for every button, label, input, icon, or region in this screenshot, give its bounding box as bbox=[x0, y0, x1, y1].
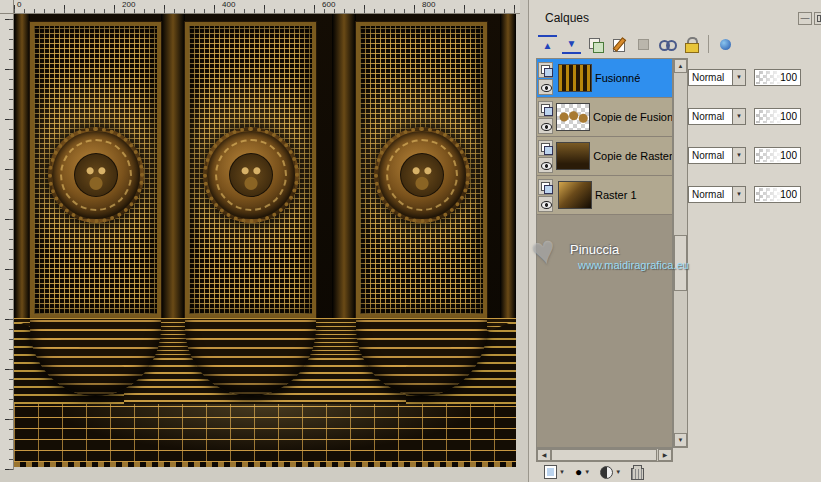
layer-thumbnail[interactable] bbox=[556, 142, 590, 170]
chevron-down-icon[interactable]: ▼ bbox=[732, 148, 745, 163]
layer-name[interactable]: Raster 1 bbox=[595, 189, 637, 201]
artwork-medallion bbox=[48, 127, 144, 223]
trash-icon bbox=[631, 465, 643, 479]
opacity-field[interactable]: 100 bbox=[754, 108, 801, 125]
blend-mode-select[interactable]: Normal ▼ bbox=[688, 108, 746, 125]
layer-list-vertical-scrollbar[interactable]: ▲ ▼ bbox=[673, 58, 688, 448]
layer-type-icon[interactable] bbox=[538, 101, 553, 117]
chevron-down-icon: ▼ bbox=[584, 469, 590, 475]
opacity-value: 100 bbox=[780, 72, 797, 83]
layer-name[interactable]: Copie de Raster 1 bbox=[593, 150, 672, 162]
new-mask-layer-button[interactable]: ▼ bbox=[600, 466, 621, 479]
layer-thumbnail[interactable] bbox=[556, 103, 590, 131]
new-layer-icon bbox=[544, 465, 557, 479]
app-window: 0 200 400 600 800 Calques — ▲ ▼ bbox=[0, 0, 821, 482]
ruler-label: 600 bbox=[322, 0, 335, 9]
layers-bottom-toolbar: ▼ ● ▼ ▼ bbox=[536, 462, 821, 482]
adjustment-layer-icon: ● bbox=[575, 466, 582, 478]
layer-row-copie-de-raster-1[interactable]: Copie de Raster 1 bbox=[537, 137, 672, 176]
new-layer-button[interactable]: ▼ bbox=[544, 465, 565, 479]
horizontal-scroll-thumb[interactable] bbox=[551, 449, 657, 461]
duplicate-layer-icon[interactable] bbox=[586, 35, 605, 54]
scroll-up-icon[interactable]: ▲ bbox=[674, 59, 687, 73]
layer-thumbnail[interactable] bbox=[558, 181, 592, 209]
ruler-ticks bbox=[0, 14, 13, 470]
artwork-medallion bbox=[374, 127, 470, 223]
ruler-ticks bbox=[14, 0, 520, 13]
layer-type-icon[interactable] bbox=[538, 179, 553, 195]
scroll-left-icon[interactable]: ◀ bbox=[537, 449, 551, 461]
opacity-value: 100 bbox=[780, 150, 797, 161]
layer-controls-row: Normal ▼ 100 bbox=[688, 58, 821, 97]
artwork-pillar bbox=[161, 14, 185, 320]
visibility-eye-icon[interactable] bbox=[538, 118, 553, 134]
artwork-pillar bbox=[14, 14, 30, 320]
blend-mode-value: Normal bbox=[689, 189, 732, 200]
artwork-bottom-band bbox=[14, 462, 516, 467]
chevron-down-icon: ▼ bbox=[559, 469, 565, 475]
ruler-corner bbox=[0, 0, 14, 14]
visibility-eye-icon[interactable] bbox=[538, 157, 553, 173]
artwork-pillar bbox=[500, 14, 516, 320]
opacity-value: 100 bbox=[780, 189, 797, 200]
layer-type-icon[interactable] bbox=[538, 62, 553, 78]
artwork-pillar bbox=[332, 14, 356, 320]
chevron-down-icon[interactable]: ▼ bbox=[732, 187, 745, 202]
palette-minimize-button[interactable]: — bbox=[798, 12, 812, 25]
layer-row-fusionne[interactable]: Fusionné bbox=[537, 59, 672, 98]
ruler-label: 0 bbox=[17, 0, 21, 9]
scroll-down-icon[interactable]: ▼ bbox=[674, 433, 687, 447]
chevron-down-icon[interactable]: ▼ bbox=[732, 70, 745, 85]
ruler-label: 400 bbox=[222, 0, 235, 9]
layer-controls-row: Normal ▼ 100 bbox=[688, 97, 821, 136]
layer-row-raster-1[interactable]: Raster 1 bbox=[537, 176, 672, 215]
visibility-eye-icon[interactable] bbox=[538, 196, 553, 212]
blend-mode-select[interactable]: Normal ▼ bbox=[688, 69, 746, 86]
chevron-down-icon[interactable]: ▼ bbox=[732, 109, 745, 124]
palette-dock-button[interactable] bbox=[814, 12, 821, 25]
artwork-brick-floor bbox=[14, 404, 516, 462]
layer-name[interactable]: Fusionné bbox=[595, 72, 640, 84]
new-adjustment-layer-button[interactable]: ● ▼ bbox=[575, 466, 590, 478]
layers-toolbar: ▲ ▼ bbox=[538, 32, 735, 56]
layer-controls-row: Normal ▼ 100 bbox=[688, 136, 821, 175]
disabled-tool-icon[interactable] bbox=[634, 35, 653, 54]
ruler-label: 200 bbox=[122, 0, 135, 9]
ruler-label: 800 bbox=[422, 0, 435, 9]
layer-name[interactable]: Copie de Fusionné bbox=[593, 111, 672, 123]
edit-selection-icon[interactable] bbox=[716, 35, 735, 54]
mask-layer-icon bbox=[600, 466, 613, 479]
layer-type-icon[interactable] bbox=[538, 140, 553, 156]
artwork-medallion bbox=[203, 127, 299, 223]
blend-mode-value: Normal bbox=[689, 111, 732, 122]
edit-layer-icon[interactable] bbox=[610, 35, 629, 54]
blend-mode-value: Normal bbox=[689, 150, 732, 161]
horizontal-ruler: 0 200 400 600 800 bbox=[14, 0, 520, 14]
move-layer-up-icon[interactable]: ▲ bbox=[538, 35, 557, 54]
toolbar-separator bbox=[708, 35, 709, 53]
layer-controls-row: Normal ▼ 100 bbox=[688, 175, 821, 214]
layer-thumbnail[interactable] bbox=[558, 64, 592, 92]
chevron-down-icon: ▼ bbox=[615, 469, 621, 475]
blend-mode-select[interactable]: Normal ▼ bbox=[688, 147, 746, 164]
scroll-right-icon[interactable]: ▶ bbox=[658, 449, 672, 461]
palette-title: Calques bbox=[545, 11, 589, 25]
opacity-value: 100 bbox=[780, 111, 797, 122]
image-canvas[interactable] bbox=[14, 14, 516, 467]
delete-layer-button[interactable] bbox=[631, 465, 643, 479]
opacity-field[interactable]: 100 bbox=[754, 69, 801, 86]
blend-mode-value: Normal bbox=[689, 72, 732, 83]
blend-mode-select[interactable]: Normal ▼ bbox=[688, 186, 746, 203]
opacity-field[interactable]: 100 bbox=[754, 186, 801, 203]
layer-row-copie-de-fusionne[interactable]: Copie de Fusionné bbox=[537, 98, 672, 137]
visibility-eye-icon[interactable] bbox=[538, 79, 553, 95]
link-layers-icon[interactable] bbox=[658, 35, 677, 54]
layer-list-horizontal-scrollbar[interactable]: ◀ ▶ bbox=[536, 448, 673, 462]
opacity-field[interactable]: 100 bbox=[754, 147, 801, 164]
vertical-scroll-thumb[interactable] bbox=[674, 235, 687, 291]
lock-transparency-icon[interactable] bbox=[682, 35, 701, 54]
move-layer-down-icon[interactable]: ▼ bbox=[562, 35, 581, 54]
layer-list: Fusionné Copie de Fusionné Copie de Rast… bbox=[536, 58, 673, 448]
vertical-ruler bbox=[0, 14, 14, 470]
